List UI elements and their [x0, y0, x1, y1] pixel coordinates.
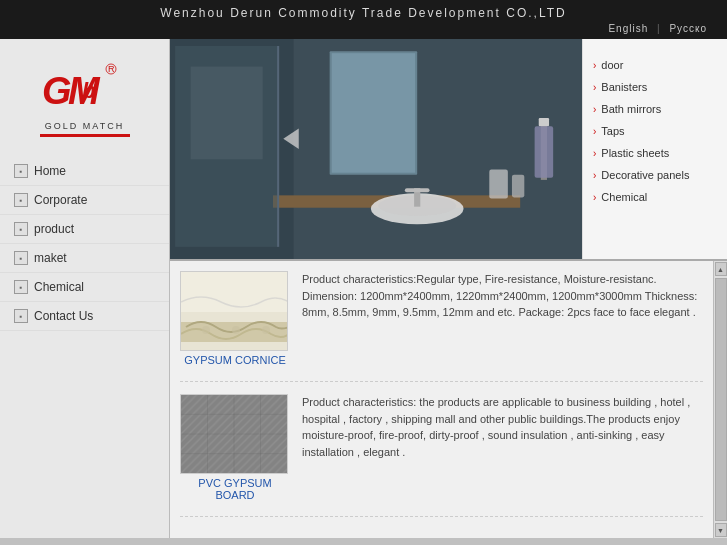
product-entry-gypsum-cornice: GYPSUM CORNICE Product characteristics:R…: [180, 271, 703, 382]
lang-russian[interactable]: Русско: [669, 23, 707, 34]
product-thumb-pvc: PVC GYPSUM BOARD: [180, 394, 290, 504]
sidebar-item-product[interactable]: ▪ product: [0, 215, 169, 244]
hero-nav-label-taps: Taps: [601, 125, 624, 137]
sidebar-item-chemical[interactable]: ▪ Chemical: [0, 273, 169, 302]
bathroom-svg: [170, 39, 582, 259]
hero-nav-label-door: door: [601, 59, 623, 71]
logo-box: G M b R: [40, 59, 130, 119]
nav-label-corporate: Corporate: [34, 193, 87, 207]
hero-nav-bath-mirrors[interactable]: › Bath mirrors: [593, 98, 717, 120]
gypsum-svg: [181, 272, 287, 350]
sidebar-item-maket[interactable]: ▪ maket: [0, 244, 169, 273]
arrow-icon-plastic-sheets: ›: [593, 148, 596, 159]
svg-rect-14: [489, 170, 508, 199]
nav-label-maket: maket: [34, 251, 67, 265]
main-layout: G M b R GOLD MATCH ▪ Home ▪ Corporat: [0, 39, 727, 538]
arrow-icon-door: ›: [593, 60, 596, 71]
sidebar-item-corporate[interactable]: ▪ Corporate: [0, 186, 169, 215]
logo-subtext: GOLD MATCH: [45, 121, 124, 131]
svg-text:R: R: [108, 64, 115, 74]
gypsum-cornice-image: [181, 272, 287, 350]
content-area: › door › Banisters › Bath mirrors › Taps…: [170, 39, 727, 538]
nav-label-chemical: Chemical: [34, 280, 84, 294]
scrollbar-area: GYPSUM CORNICE Product characteristics:R…: [170, 261, 727, 538]
nav-bullet-product: ▪: [14, 222, 28, 236]
arrow-icon-banisters: ›: [593, 82, 596, 93]
product-img-pvc: [180, 394, 288, 474]
hero-nav-label-plastic-sheets: Plastic sheets: [601, 147, 669, 159]
product-label-gypsum[interactable]: GYPSUM CORNICE: [180, 351, 290, 369]
nav-bullet-maket: ▪: [14, 251, 28, 265]
logo-area: G M b R GOLD MATCH: [0, 49, 169, 157]
svg-rect-18: [535, 126, 554, 178]
svg-point-27: [232, 326, 240, 334]
arrow-icon-bath-mirrors: ›: [593, 104, 596, 115]
lang-separator: |: [657, 23, 661, 34]
language-bar: English | Русско: [0, 20, 727, 37]
svg-point-26: [202, 326, 210, 334]
nav-bullet-chemical: ▪: [14, 280, 28, 294]
hero-nav-label-chemical: Chemical: [601, 191, 647, 203]
sidebar-item-home[interactable]: ▪ Home: [0, 157, 169, 186]
product-desc-gypsum: Product characteristics:Regular type, Fi…: [302, 271, 703, 369]
arrow-icon-taps: ›: [593, 126, 596, 137]
hero-nav-decorative-panels[interactable]: › Decorative panels: [593, 164, 717, 186]
nav-label-product: product: [34, 222, 74, 236]
svg-rect-15: [512, 175, 524, 198]
hero-nav-door[interactable]: › door: [593, 54, 717, 76]
svg-rect-8: [332, 53, 415, 172]
hero-nav-panel: › door › Banisters › Bath mirrors › Taps…: [582, 39, 727, 259]
bathroom-scene: [170, 39, 582, 259]
hero-nav-taps[interactable]: › Taps: [593, 120, 717, 142]
product-desc-pvc: Product characteristics: the products ar…: [302, 394, 703, 504]
nav-bullet-corporate: ▪: [14, 193, 28, 207]
products-content: GYPSUM CORNICE Product characteristics:R…: [170, 261, 713, 538]
products-section: GYPSUM CORNICE Product characteristics:R…: [170, 259, 727, 538]
svg-rect-13: [405, 188, 430, 192]
hero-nav-plastic-sheets[interactable]: › Plastic sheets: [593, 142, 717, 164]
lang-english[interactable]: English: [608, 23, 648, 34]
logo-bar: [40, 134, 130, 137]
arrow-icon-decorative-panels: ›: [593, 170, 596, 181]
product-img-gypsum: [180, 271, 288, 351]
hero-image: [170, 39, 582, 259]
sidebar-item-contact[interactable]: ▪ Contact Us: [0, 302, 169, 331]
nav-bullet-contact: ▪: [14, 309, 28, 323]
scrollbar-thumb[interactable]: [715, 278, 727, 521]
hero-nav-label-bath-mirrors: Bath mirrors: [601, 103, 661, 115]
hero-nav-banisters[interactable]: › Banisters: [593, 76, 717, 98]
logo-svg: G M b R: [40, 62, 130, 117]
nav-label-contact: Contact Us: [34, 309, 93, 323]
hero-nav-label-decorative-panels: Decorative panels: [601, 169, 689, 181]
arrow-icon-chemical: ›: [593, 192, 596, 203]
hero-nav-label-banisters: Banisters: [601, 81, 647, 93]
scrollbar-up-button[interactable]: ▲: [715, 262, 727, 276]
scrollbar-track: ▲ ▼: [713, 261, 727, 538]
svg-rect-21: [191, 67, 263, 160]
scrollbar-down-button[interactable]: ▼: [715, 523, 727, 537]
product-entry-pvc-board: PVC GYPSUM BOARD Product characteristics…: [180, 394, 703, 517]
svg-point-28: [262, 326, 270, 334]
svg-rect-17: [539, 118, 549, 126]
company-name: Wenzhou Derun Commodity Trade Developmen…: [0, 6, 727, 20]
hero-section: › door › Banisters › Bath mirrors › Taps…: [170, 39, 727, 259]
product-thumb-gypsum: GYPSUM CORNICE: [180, 271, 290, 369]
sidebar: G M b R GOLD MATCH ▪ Home ▪ Corporat: [0, 39, 170, 538]
pvc-svg: [181, 394, 287, 474]
product-label-pvc[interactable]: PVC GYPSUM BOARD: [180, 474, 290, 504]
hero-nav-chemical[interactable]: › Chemical: [593, 186, 717, 208]
nav-label-home: Home: [34, 164, 66, 178]
top-header: Wenzhou Derun Commodity Trade Developmen…: [0, 0, 727, 39]
nav-bullet-home: ▪: [14, 164, 28, 178]
svg-text:b: b: [82, 78, 95, 103]
